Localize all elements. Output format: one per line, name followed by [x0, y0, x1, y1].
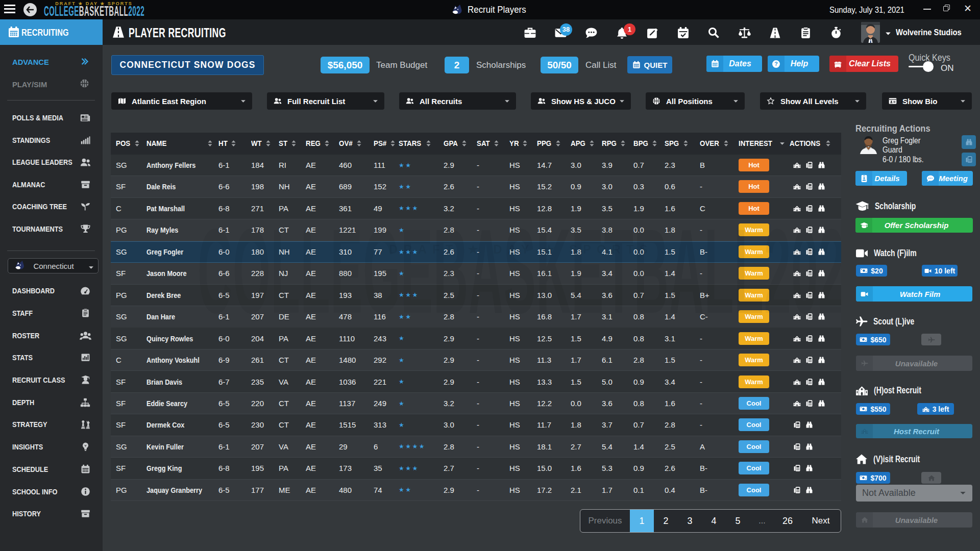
svg-text:?: ?	[774, 61, 777, 67]
